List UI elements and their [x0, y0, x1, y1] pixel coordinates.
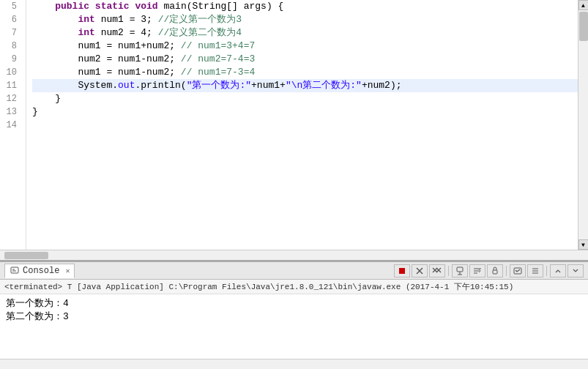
code-token: String — [193, 0, 227, 13]
line-number: 9 — [0, 53, 20, 66]
code-line[interactable]: int num1 = 3; //定义第一个数为3 — [32, 13, 578, 26]
code-container: 567891011121314 public static void main(… — [0, 0, 588, 250]
line-number: 10 — [0, 66, 20, 79]
line-number: 7 — [0, 26, 20, 40]
terminate-btn[interactable] — [394, 264, 410, 277]
console-output-line: 第一个数为：4 — [6, 297, 582, 310]
code-token — [32, 0, 55, 13]
code-token: System. — [32, 79, 118, 92]
scroll-track — [578, 10, 588, 239]
word-wrap-btn[interactable] — [469, 264, 485, 277]
code-token: num2 = 4; — [95, 26, 158, 40]
console-output-line: 第二个数为：3 — [6, 310, 582, 324]
code-line[interactable]: } — [32, 105, 578, 119]
close-tab-icon[interactable]: ✕ — [65, 266, 70, 275]
svg-rect-10 — [457, 267, 463, 272]
code-line[interactable]: num1 = num1+num2; // num1=3+4=7 — [32, 40, 578, 53]
console-toolbar — [394, 264, 584, 277]
console-header: Console ✕ — [0, 262, 588, 280]
code-token: int — [78, 26, 94, 40]
hscroll-thumb[interactable] — [4, 252, 48, 259]
line-numbers: 567891011121314 — [0, 0, 26, 250]
code-line[interactable]: int num2 = 4; //定义第二个数为4 — [32, 26, 578, 40]
svg-rect-3 — [399, 268, 405, 274]
code-line[interactable]: public static void main(String[] args) { — [32, 0, 578, 13]
line-number: 14 — [0, 119, 20, 132]
remove-terminated-btn[interactable] — [412, 264, 428, 277]
toolbar-sep2 — [506, 266, 507, 276]
line-number: 12 — [0, 92, 20, 105]
toolbar-sep3 — [546, 266, 547, 276]
svg-rect-0 — [11, 267, 18, 273]
line-number: 5 — [0, 0, 20, 13]
scroll-thumb[interactable] — [579, 12, 588, 41]
line-number: 8 — [0, 40, 20, 53]
code-token: // num1=3+4=7 — [181, 40, 255, 53]
view-menu-btn[interactable] — [527, 264, 543, 277]
scroll-up-arrow[interactable]: ▲ — [578, 0, 589, 10]
code-token: } — [32, 105, 38, 119]
maximize-console-btn[interactable] — [567, 264, 584, 277]
code-token: [] args) { — [226, 0, 283, 13]
scroll-down-arrow[interactable]: ▼ — [578, 239, 589, 250]
console-tab[interactable]: Console ✕ — [4, 264, 75, 278]
code-token: num1 = num1+num2; — [32, 40, 181, 53]
horizontal-scrollbar[interactable] — [0, 250, 588, 260]
code-token — [89, 0, 95, 13]
code-token: // num2=7-4=3 — [181, 53, 255, 66]
code-token: main( — [158, 0, 193, 13]
code-line[interactable]: num1 = num1-num2; // num1=7-3=4 — [32, 66, 578, 79]
code-token: //定义第二个数为4 — [158, 26, 242, 40]
toolbar-sep1 — [448, 266, 449, 276]
code-token: } — [32, 92, 61, 105]
remove-all-terminated-btn[interactable] — [429, 264, 445, 277]
open-console-btn[interactable] — [510, 264, 526, 277]
code-token: //定义第一个数为3 — [158, 13, 242, 26]
code-token: +num2); — [362, 79, 402, 92]
pin-console-btn[interactable] — [452, 264, 468, 277]
minimize-console-btn[interactable] — [550, 264, 566, 277]
line-number: 6 — [0, 13, 20, 26]
code-line[interactable]: System.out.println("第一个数为:"+num1+"\n第二个数… — [32, 79, 578, 92]
code-token: static — [95, 0, 130, 13]
code-token: out — [118, 79, 135, 92]
console-bottom-bar — [0, 359, 588, 369]
code-token: "\n第二个数为:" — [286, 79, 362, 92]
code-token: public — [55, 0, 89, 13]
code-token: void — [135, 0, 157, 13]
console-icon — [10, 266, 20, 276]
code-token: int — [78, 13, 94, 26]
vertical-scrollbar[interactable]: ▲ ▼ — [578, 0, 588, 250]
console-tab-label: Console — [23, 266, 59, 276]
code-token — [32, 13, 78, 26]
console-output: 第一个数为：4第二个数为：3 — [0, 294, 588, 359]
code-token: // num1=7-3=4 — [181, 66, 255, 79]
code-line[interactable]: } — [32, 92, 578, 105]
code-token: "第一个数为:" — [187, 79, 251, 92]
line-number: 13 — [0, 105, 20, 119]
code-lines[interactable]: public static void main(String[] args) {… — [26, 0, 578, 250]
code-line[interactable]: num2 = num1-num2; // num2=7-4=3 — [32, 53, 578, 66]
code-token: num1 = num1-num2; — [32, 66, 181, 79]
code-token: num1 = 3; — [95, 13, 158, 26]
line-number: 11 — [0, 79, 20, 92]
console-panel: Console ✕ — [0, 261, 588, 369]
code-token: +num1+ — [251, 79, 286, 92]
console-status: <terminated> T [Java Application] C:\Pro… — [0, 280, 588, 294]
code-token: .println( — [135, 79, 186, 92]
code-token — [130, 0, 135, 13]
code-token — [32, 26, 78, 40]
scroll-lock-btn[interactable] — [487, 264, 503, 277]
editor-area: 567891011121314 public static void main(… — [0, 0, 588, 261]
svg-rect-16 — [493, 270, 497, 274]
code-token: num2 = num1-num2; — [32, 53, 181, 66]
